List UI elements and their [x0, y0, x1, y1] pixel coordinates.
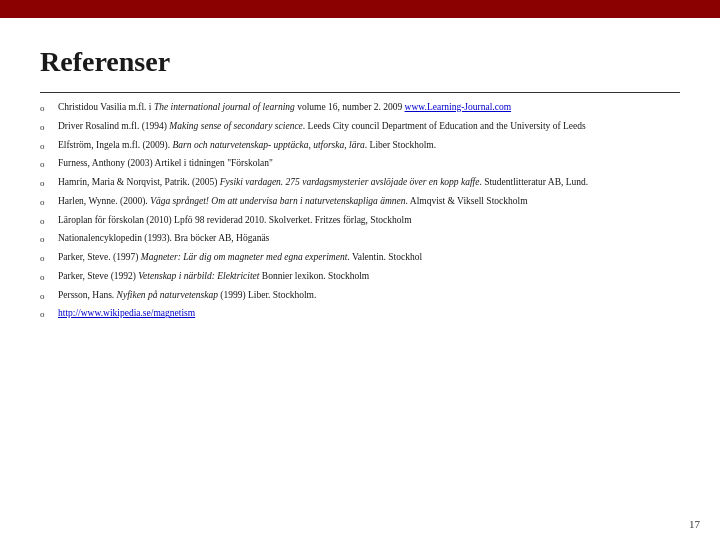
ref-item: oHamrin, Maria & Norqvist, Patrik. (2005…	[40, 176, 680, 190]
ref-text: Parker, Steve. (1997) Magneter: Lär dig …	[58, 251, 422, 265]
ref-item: oElfström, Ingela m.fl. (2009). Barn och…	[40, 139, 680, 153]
bullet-icon: o	[40, 141, 58, 151]
page-title: Referenser	[40, 46, 680, 78]
ref-item: oChristidou Vasilia m.fl. i The internat…	[40, 101, 680, 115]
ref-text: Persson, Hans. Nyfiken på naturvetenskap…	[58, 289, 316, 303]
ref-text: Nationalencyklopedin (1993). Bra böcker …	[58, 232, 269, 246]
bullet-icon: o	[40, 272, 58, 282]
bullet-icon: o	[40, 216, 58, 226]
ref-item: ohttp://www.wikipedia.se/magnetism	[40, 307, 680, 321]
bullet-icon: o	[40, 234, 58, 244]
bullet-icon: o	[40, 159, 58, 169]
bullet-icon: o	[40, 291, 58, 301]
ref-text: Harlen, Wynne. (2000). Väga språnget! Om…	[58, 195, 528, 209]
reference-list: oChristidou Vasilia m.fl. i The internat…	[40, 101, 680, 321]
content: Referenser oChristidou Vasilia m.fl. i T…	[0, 18, 720, 346]
ref-text: Läroplan för förskolan (2010) Lpfö 98 re…	[58, 214, 412, 228]
ref-text: Elfström, Ingela m.fl. (2009). Barn och …	[58, 139, 436, 153]
ref-item: oDriver Rosalind m.fl. (1994) Making sen…	[40, 120, 680, 134]
ref-text: Furness, Anthony (2003) Artikel i tidnin…	[58, 157, 273, 171]
bullet-icon: o	[40, 103, 58, 113]
bullet-icon: o	[40, 309, 58, 319]
page-number: 17	[689, 518, 700, 530]
ref-text: Parker, Steve (1992) Vetenskap i närbild…	[58, 270, 369, 284]
ref-text: Driver Rosalind m.fl. (1994) Making sens…	[58, 120, 586, 134]
bullet-icon: o	[40, 197, 58, 207]
ref-text: Christidou Vasilia m.fl. i The internati…	[58, 101, 511, 115]
ref-item: oHarlen, Wynne. (2000). Väga språnget! O…	[40, 195, 680, 209]
ref-item: oNationalencyklopedin (1993). Bra böcker…	[40, 232, 680, 246]
bullet-icon: o	[40, 178, 58, 188]
ref-link[interactable]: http://www.wikipedia.se/magnetism	[58, 308, 195, 318]
top-bar	[0, 0, 720, 18]
ref-item: oLäroplan för förskolan (2010) Lpfö 98 r…	[40, 214, 680, 228]
ref-item: oParker, Steve. (1997) Magneter: Lär dig…	[40, 251, 680, 265]
bullet-icon: o	[40, 253, 58, 263]
slide: Referenser oChristidou Vasilia m.fl. i T…	[0, 0, 720, 540]
ref-item: oParker, Steve (1992) Vetenskap i närbil…	[40, 270, 680, 284]
ref-link[interactable]: www.Learning-Journal.com	[405, 102, 512, 112]
divider	[40, 92, 680, 93]
ref-item: oFurness, Anthony (2003) Artikel i tidni…	[40, 157, 680, 171]
bullet-icon: o	[40, 122, 58, 132]
ref-item: oPersson, Hans. Nyfiken på naturvetenska…	[40, 289, 680, 303]
ref-text: Hamrin, Maria & Norqvist, Patrik. (2005)…	[58, 176, 588, 190]
ref-text: http://www.wikipedia.se/magnetism	[58, 307, 195, 321]
